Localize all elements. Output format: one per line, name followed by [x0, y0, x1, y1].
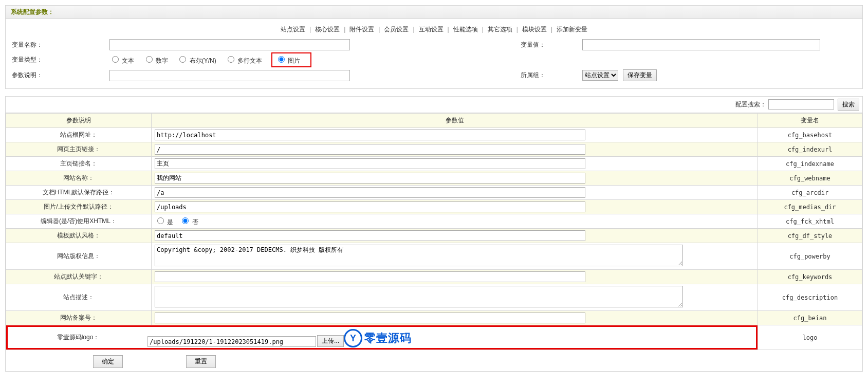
type-text-radio[interactable]: 文本 — [109, 57, 134, 64]
table-row: 文档HTML默认保存路径：cfg_arcdir — [6, 186, 862, 200]
search-input[interactable] — [768, 99, 834, 109]
nav-item[interactable]: 会员设置 — [383, 26, 410, 33]
row-desc: 网站备案号： — [6, 311, 152, 325]
search-button[interactable]: 搜索 — [838, 99, 859, 111]
var-name-input[interactable] — [109, 39, 350, 50]
row-desc: 站点根网址： — [6, 128, 152, 142]
config-textarea[interactable] — [155, 245, 683, 266]
row-desc: 模板默认风格： — [6, 229, 152, 243]
upload-button[interactable]: 上传... — [317, 335, 344, 347]
row-var: cfg_beian — [758, 311, 862, 325]
row-value-cell — [152, 186, 758, 200]
row-value-cell: 是 否 — [152, 214, 758, 229]
row-value-cell — [152, 229, 758, 243]
row-desc: 图片/上传文件默认路径： — [6, 200, 152, 214]
var-value-input[interactable] — [582, 39, 820, 50]
type-bool-radio[interactable]: 布尔(Y/N) — [177, 57, 216, 64]
config-text-input[interactable] — [155, 187, 585, 198]
save-var-button[interactable]: 保存变量 — [623, 69, 657, 81]
config-radio-yes[interactable]: 是 — [155, 218, 173, 226]
row-var: cfg_indexurl — [758, 142, 862, 157]
row-var: cfg_basehost — [758, 128, 862, 142]
ok-button[interactable]: 确定 — [93, 355, 123, 368]
nav-item[interactable]: 核心设置 — [314, 26, 341, 33]
type-number-radio[interactable]: 数字 — [143, 57, 168, 64]
logo-row-highlight: 零壹源码logo：上传...Y零壹源码 — [6, 325, 758, 350]
row-desc: 编辑器(是/否)使用XHTML： — [6, 214, 152, 229]
nav-item[interactable]: 附件设置 — [348, 26, 375, 33]
param-desc-input[interactable] — [109, 70, 350, 81]
nav-item[interactable]: 互动设置 — [418, 26, 445, 33]
var-name-label: 变量名称： — [11, 41, 109, 49]
row-value-cell — [152, 311, 758, 325]
logo-path-input[interactable] — [147, 336, 316, 347]
row-value-cell — [152, 270, 758, 284]
nav-item[interactable]: 添加新变量 — [556, 26, 588, 33]
row-desc: 站点描述： — [6, 284, 152, 311]
type-image-highlight: 图片 — [271, 52, 311, 67]
row-value-cell — [152, 157, 758, 171]
config-text-input[interactable] — [155, 271, 585, 282]
row-var: cfg_keywords — [758, 270, 862, 284]
reset-button[interactable]: 重置 — [186, 355, 216, 368]
row-value-cell — [152, 142, 758, 157]
table-row: 网站版权信息：cfg_powerby — [6, 243, 862, 270]
table-row: 站点默认关键字：cfg_keywords — [6, 270, 862, 284]
table-row: 站点描述：cfg_description — [6, 284, 862, 311]
config-text-input[interactable] — [155, 313, 585, 323]
row-var: cfg_arcdir — [758, 186, 862, 200]
row-var: cfg_powerby — [758, 243, 862, 270]
row-var: cfg_description — [758, 284, 862, 311]
config-text-input[interactable] — [155, 173, 585, 184]
var-value-label: 变量值： — [521, 41, 582, 49]
table-row: 编辑器(是/否)使用XHTML： 是 否cfg_fck_xhtml — [6, 214, 862, 229]
nav-item[interactable]: 站点设置 — [280, 26, 306, 33]
config-textarea[interactable] — [155, 286, 683, 307]
row-value-cell — [152, 200, 758, 214]
table-row: 网页主页链接：cfg_indexurl — [6, 142, 862, 157]
table-row: 零壹源码logo：上传...Y零壹源码logo — [6, 325, 862, 350]
config-radio-no[interactable]: 否 — [179, 218, 198, 226]
col-desc: 参数说明 — [6, 114, 152, 128]
row-value-cell — [152, 171, 758, 186]
row-desc: 网页主页链接： — [6, 142, 152, 157]
config-text-input[interactable] — [155, 201, 585, 212]
col-var: 变量名 — [758, 114, 862, 128]
param-desc-label: 参数说明： — [11, 71, 109, 80]
table-row: 网站备案号：cfg_beian — [6, 311, 862, 325]
row-desc: 主页链接名： — [6, 157, 152, 171]
nav-item[interactable]: 模块设置 — [521, 26, 548, 33]
row-desc: 文档HTML默认保存路径： — [6, 186, 152, 200]
type-image-radio[interactable]: 图片 — [275, 57, 300, 64]
row-value-cell — [152, 284, 758, 311]
row-var: cfg_webname — [758, 171, 862, 186]
group-label: 所属组： — [521, 71, 582, 80]
nav-item[interactable]: 性能选项 — [452, 26, 479, 33]
col-val: 参数值 — [152, 114, 758, 128]
var-type-label: 变量类型： — [11, 56, 109, 64]
group-select[interactable]: 站点设置 — [582, 70, 618, 81]
table-row: 图片/上传文件默认路径：cfg_medias_dir — [6, 200, 862, 214]
settings-nav: 站点设置|核心设置|附件设置|会员设置|互动设置|性能选项|其它选项|模块设置|… — [11, 23, 857, 39]
row-value-cell — [152, 243, 758, 270]
config-text-input[interactable] — [155, 144, 585, 155]
row-var: cfg_indexname — [758, 157, 862, 171]
config-text-input[interactable] — [155, 130, 585, 140]
table-row: 站点根网址：cfg_basehost — [6, 128, 862, 142]
table-row: 模板默认风格：cfg_df_style — [6, 229, 862, 243]
row-var: logo — [758, 325, 862, 350]
nav-item[interactable]: 其它选项 — [487, 26, 513, 33]
row-value-cell — [152, 128, 758, 142]
row-desc: 站点默认关键字： — [6, 270, 152, 284]
row-desc: 网站版权信息： — [6, 243, 152, 270]
page-title: 系统配置参数： — [6, 6, 862, 19]
row-var: cfg_medias_dir — [758, 200, 862, 214]
type-mtext-radio[interactable]: 多行文本 — [225, 57, 262, 64]
config-text-input[interactable] — [155, 230, 585, 241]
config-text-input[interactable] — [155, 158, 585, 169]
row-var: cfg_fck_xhtml — [758, 214, 862, 229]
search-label: 配置搜索： — [735, 101, 766, 108]
table-row: 主页链接名：cfg_indexname — [6, 157, 862, 171]
watermark-logo: Y零壹源码 — [344, 329, 412, 347]
row-var: cfg_df_style — [758, 229, 862, 243]
